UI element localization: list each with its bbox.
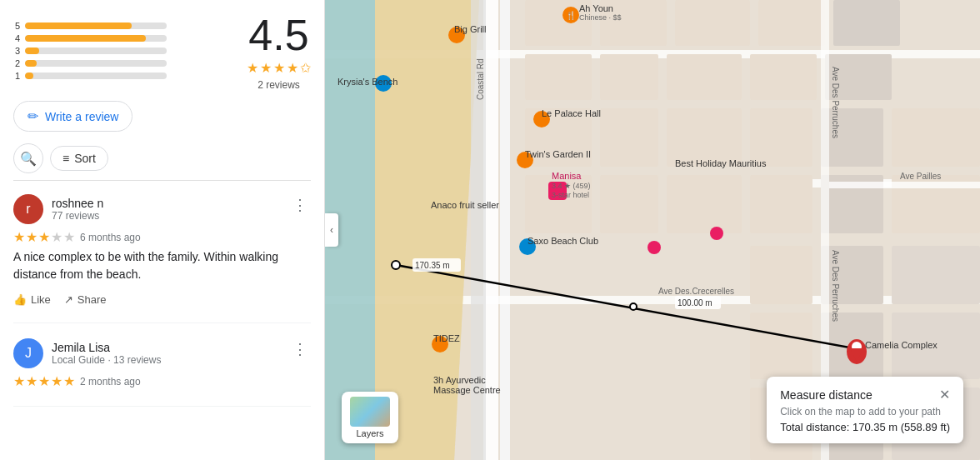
review-star-2-5: ★ [63, 373, 75, 389]
svg-text:Coastal Rd: Coastal Rd [476, 59, 485, 100]
rating-bars: 5 4 3 2 1 [13, 21, 230, 83]
review-star-1-3: ★ [38, 229, 50, 245]
share-button-1[interactable]: ↗ Share [64, 290, 107, 309]
review-actions-1: 👍 Like ↗ Share [13, 290, 311, 309]
collapse-panel-button[interactable]: ‹ [325, 213, 338, 247]
reviewer-name-1: roshnee n [52, 197, 103, 210]
like-icon-1: 👍 [13, 293, 27, 306]
review-time-2: 2 months ago [80, 376, 141, 388]
review-star-2-3: ★ [38, 373, 50, 389]
write-review-icon: ✏ [28, 108, 38, 124]
review-more-button-2[interactable]: ⋮ [289, 338, 311, 360]
review-star-1-4: ★ [51, 229, 62, 245]
left-panel: 5 4 3 2 1 4.5 ★ ★ [0, 0, 325, 460]
review-text-1: A nice complex to be with the family. Wi… [13, 248, 311, 283]
review-time-1: 6 months ago [80, 232, 141, 243]
svg-text:170.35 m: 170.35 m [415, 261, 450, 270]
layers-thumbnail [350, 397, 390, 427]
avatar-2: J [13, 338, 43, 368]
sort-label: Sort [74, 152, 96, 165]
review-more-button-1[interactable]: ⋮ [289, 194, 311, 216]
bar-outer-5 [25, 22, 167, 29]
write-review-label: Write a review [45, 110, 118, 123]
svg-text:Camelia Complex: Camelia Complex [865, 340, 938, 350]
avatar-initials-1: r [26, 202, 30, 217]
avatar-1: r [13, 194, 43, 224]
star-2: ★ [260, 60, 272, 76]
review-stars-2: ★ ★ ★ ★ ★ [13, 373, 75, 389]
svg-rect-29 [821, 246, 883, 304]
svg-rect-30 [892, 246, 980, 304]
svg-rect-10 [833, 0, 900, 46]
bar-row-1: 1 [13, 71, 230, 81]
svg-text:TIDEZ: TIDEZ [433, 333, 460, 343]
bar-row-3: 3 [13, 46, 230, 56]
review-header-2: J Jemila Lisa Local Guide · 13 reviews ⋮ [13, 338, 311, 368]
bar-row-5: 5 [13, 21, 230, 31]
search-icon: 🔍 [20, 151, 37, 167]
write-review-button[interactable]: ✏ Write a review [13, 101, 132, 132]
bar-label-2: 2 [13, 58, 20, 68]
overall-stars: ★ ★ ★ ★ ✩ [247, 60, 311, 76]
layers-button[interactable]: Layers [342, 392, 398, 443]
svg-text:Saxo Beach Club: Saxo Beach Club [528, 236, 598, 246]
svg-rect-23 [600, 175, 658, 233]
filter-row: 🔍 ≡ Sort [13, 143, 311, 181]
bar-row-2: 2 [13, 58, 230, 68]
svg-text:Twin's Garden II: Twin's Garden II [525, 149, 591, 159]
review-item-2: J Jemila Lisa Local Guide · 13 reviews ⋮… [13, 338, 311, 407]
measure-hint: Click on the map to add to your path [780, 406, 950, 418]
svg-text:3-star hotel: 3-star hotel [552, 191, 589, 199]
bar-label-1: 1 [13, 71, 20, 81]
svg-text:3.4 ★ (459): 3.4 ★ (459) [552, 182, 591, 190]
svg-point-46 [630, 303, 637, 310]
svg-text:Massage Centre: Massage Centre [433, 385, 501, 395]
bar-label-4: 4 [13, 33, 20, 43]
svg-text:Big Grill: Big Grill [454, 24, 487, 34]
svg-rect-8 [675, 0, 750, 46]
svg-rect-28 [750, 246, 812, 304]
svg-text:Best Holiday Mauritius: Best Holiday Mauritius [675, 158, 767, 168]
rating-summary: 5 4 3 2 1 4.5 ★ ★ [13, 13, 311, 91]
share-icon-1: ↗ [64, 293, 73, 306]
review-header-1: r roshnee n 77 reviews ⋮ [13, 194, 311, 224]
svg-rect-13 [667, 54, 742, 100]
review-item-1: r roshnee n 77 reviews ⋮ ★ ★ ★ ★ ★ 6 mon… [13, 194, 311, 323]
share-label-1: Share [78, 293, 107, 306]
svg-text:Le Palace Hall: Le Palace Hall [542, 108, 601, 118]
overall-rating: 4.5 [248, 13, 308, 57]
measure-title: Measure distance [780, 388, 872, 402]
svg-text:Chinese · $$: Chinese · $$ [579, 13, 622, 22]
svg-rect-2 [500, 0, 510, 460]
reviewer-name-2: Jemila Lisa [52, 341, 161, 354]
svg-text:Anaco fruit seller: Anaco fruit seller [431, 200, 499, 210]
measure-popup: Measure distance ✕ Click on the map to a… [767, 377, 963, 443]
review-stars-row-2: ★ ★ ★ ★ ★ 2 months ago [13, 373, 311, 389]
svg-rect-21 [892, 108, 980, 167]
search-reviews-button[interactable]: 🔍 [13, 143, 43, 173]
rating-score: 4.5 ★ ★ ★ ★ ✩ 2 reviews [247, 13, 311, 91]
measure-total-distance: Total distance: 170.35 m (558.89 ft) [780, 421, 950, 433]
map-panel[interactable]: 🍴 Ah Youn Chinese · $$ Big Grill Krysia'… [325, 0, 980, 460]
bar-label-3: 3 [13, 46, 20, 56]
review-star-2-4: ★ [51, 373, 62, 389]
svg-text:Krysia's Bench: Krysia's Bench [338, 77, 398, 87]
sort-icon: ≡ [62, 152, 69, 165]
svg-point-44 [392, 261, 400, 269]
sort-button[interactable]: ≡ Sort [50, 146, 108, 171]
svg-rect-20 [821, 108, 883, 167]
star-1: ★ [247, 60, 258, 76]
like-button-1[interactable]: 👍 Like [13, 290, 51, 309]
review-star-1-1: ★ [13, 229, 25, 245]
svg-text:Ave Pailles: Ave Pailles [900, 172, 941, 181]
avatar-initials-2: J [25, 346, 32, 361]
close-measure-popup-button[interactable]: ✕ [939, 387, 950, 402]
svg-text:Manisa: Manisa [552, 171, 582, 181]
layers-label: Layers [356, 428, 383, 438]
svg-text:Ave Des Perruches: Ave Des Perruches [831, 67, 840, 138]
svg-rect-14 [750, 54, 817, 100]
measure-popup-header: Measure distance ✕ [780, 387, 950, 402]
reviewer-info-2: Jemila Lisa Local Guide · 13 reviews [52, 341, 161, 366]
svg-text:Ave Des.Crecerelles: Ave Des.Crecerelles [658, 287, 734, 296]
review-star-1-2: ★ [26, 229, 38, 245]
